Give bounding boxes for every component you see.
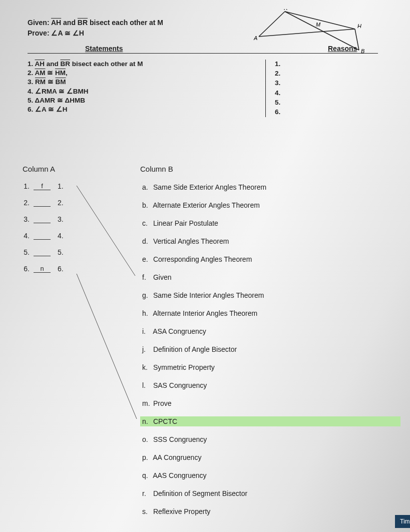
column-b-title: Column B (140, 165, 400, 173)
column-b-item[interactable]: f. Given (140, 272, 400, 282)
option-letter: a. (142, 183, 151, 191)
option-text: Symmetric Property (153, 363, 215, 371)
diagram-label-h: H (357, 23, 361, 29)
row-num-dup: 2. (58, 199, 64, 207)
option-letter: f. (142, 273, 151, 281)
given-and: and (61, 19, 78, 27)
statement-row: 5. ΔAMR ≅ ΔHMB (28, 96, 263, 105)
reason-row: 4. (275, 89, 280, 98)
row-num: 5. (23, 248, 30, 256)
option-letter: c. (142, 219, 151, 227)
option-letter: j. (142, 345, 151, 353)
option-letter: q. (142, 471, 151, 479)
option-text: Linear Pair Postulate (153, 219, 218, 227)
column-a-row: 1.f1. (23, 182, 123, 190)
column-b-item[interactable]: c. Linear Pair Postulate (140, 218, 400, 228)
answer-blank[interactable]: n (34, 265, 51, 273)
column-b-item[interactable]: j. Definition of Angle Bisector (140, 344, 400, 354)
column-b-item[interactable]: n. CPCTC (140, 416, 400, 426)
svg-line-0 (259, 29, 355, 37)
option-letter: d. (142, 237, 151, 245)
reasons-column: 1.2.3.4.5.6. (263, 60, 280, 117)
column-b-item[interactable]: h. Alternate Interior Angles Theorem (140, 308, 400, 318)
option-letter: b. (142, 201, 151, 209)
column-b-item[interactable]: a. Same Side Exterior Angles Theorem (140, 182, 400, 192)
proof-body: 1. AH and BR bisect each other at M2. AM… (0, 59, 410, 117)
svg-line-1 (259, 12, 285, 37)
option-text: Definition of Segment Bisector (153, 489, 247, 497)
column-b-item[interactable]: l. SAS Congruency (140, 380, 400, 390)
row-num: 2. (23, 199, 30, 207)
option-letter: s. (142, 507, 151, 515)
proof-headers: Statements Reasons (28, 45, 385, 53)
column-b-item[interactable]: s. Reflexive Property (140, 506, 400, 516)
row-num-dup: 6. (58, 265, 64, 273)
column-b-item[interactable]: g. Same Side Interior Angles Theorem (140, 290, 400, 300)
matching-section: Column A 1.f1.2.2.3.3.4.4.5.5.6.n6. Colu… (0, 165, 410, 524)
option-text: Given (153, 273, 172, 281)
option-text: Reflexive Property (153, 507, 210, 515)
row-num: 4. (23, 232, 30, 240)
option-letter: g. (142, 291, 151, 299)
prove-label: Prove: (28, 29, 50, 37)
diagram-label-m: M (316, 22, 321, 28)
row-num-dup: 1. (58, 182, 64, 190)
row-num: 6. (23, 265, 30, 273)
statements-header: Statements (85, 45, 123, 53)
reasons-header: Reasons (328, 45, 357, 53)
column-b-item[interactable]: d. Vertical Angles Theorem (140, 236, 400, 246)
column-b-item[interactable]: b. Alternate Exterior Angles Theorem (140, 200, 400, 210)
given-seg-ah: AH (51, 19, 61, 27)
statements-column: 1. AH and BR bisect each other at M2. AM… (28, 60, 263, 117)
column-a-row: 2.2. (23, 199, 123, 207)
prove-text: ∠A ≅ ∠H (50, 29, 84, 37)
option-text: AA Congruency (153, 453, 201, 461)
column-b-item[interactable]: o. SSS Congruency (140, 434, 400, 444)
column-b-item[interactable]: i. ASA Congruency (140, 326, 400, 336)
column-a-row: 6.n6. (23, 265, 123, 273)
answer-blank[interactable] (34, 199, 51, 207)
column-a: Column A 1.f1.2.2.3.3.4.4.5.5.6.n6. (23, 165, 123, 524)
reason-row: 3. (275, 79, 280, 88)
option-letter: m. (142, 399, 151, 407)
option-letter: n. (142, 417, 151, 425)
given-seg-br: BR (78, 19, 88, 27)
statement-row: 1. AH and BR bisect each other at M (28, 60, 263, 69)
column-a-row: 4.4. (23, 232, 123, 240)
column-b-item[interactable]: k. Symmetric Property (140, 362, 400, 372)
column-b-item[interactable]: m. Prove (140, 398, 400, 408)
statement-row: 6. ∠A ≅ ∠H (28, 105, 263, 114)
option-letter: k. (142, 363, 151, 371)
proof-header-section: Given: AH and BR bisect each other at M … (0, 0, 410, 59)
option-text: Corresponding Angles Theorem (153, 255, 252, 263)
option-letter: p. (142, 453, 151, 461)
reason-row: 5. (275, 98, 280, 107)
option-text: Vertical Angles Theorem (153, 237, 229, 245)
answer-blank[interactable] (34, 216, 51, 223)
column-b-item[interactable]: q. AAS Congruency (140, 470, 400, 480)
option-letter: o. (142, 435, 151, 443)
option-letter: r. (142, 489, 151, 497)
row-num-dup: 5. (58, 248, 64, 256)
given-rest: bisect each other at M (88, 19, 163, 27)
answer-blank[interactable]: f (34, 182, 51, 190)
column-b-item[interactable]: e. Corresponding Angles Theorem (140, 254, 400, 264)
reason-row: 2. (275, 69, 280, 78)
option-text: SAS Congruency (153, 381, 207, 389)
option-letter: i. (142, 327, 151, 335)
row-num-dup: 3. (58, 215, 64, 223)
column-b: Column B a. Same Side Exterior Angles Th… (123, 165, 400, 524)
column-b-item[interactable]: r. Definition of Segment Bisector (140, 488, 400, 498)
option-text: ASA Congruency (153, 327, 206, 335)
diagram-label-a: A (253, 35, 257, 41)
option-letter: l. (142, 381, 151, 389)
column-b-item[interactable]: p. AA Congruency (140, 452, 400, 462)
statement-row: 2. AM ≅ HM, (28, 69, 263, 78)
option-text: CPCTC (153, 417, 177, 425)
option-text: AAS Congruency (153, 471, 206, 479)
column-a-row: 5.5. (23, 248, 123, 256)
row-num-dup: 4. (58, 232, 64, 240)
answer-blank[interactable] (34, 249, 51, 256)
answer-blank[interactable] (34, 232, 51, 240)
timer-badge[interactable]: Tim (395, 515, 410, 528)
